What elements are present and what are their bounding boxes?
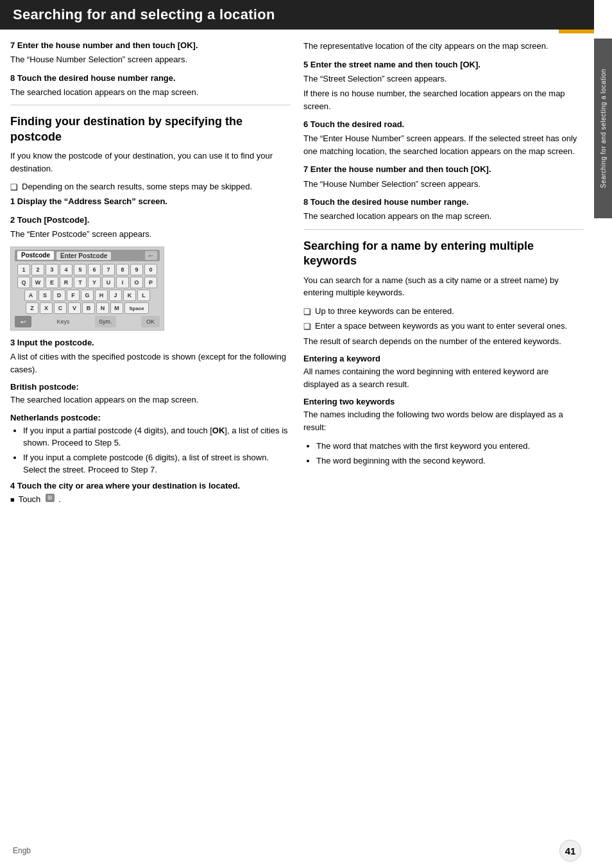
left-column: 7 Enter the house number and then touch …: [10, 40, 291, 512]
kb-nav-icon[interactable]: ↩: [15, 316, 31, 327]
kb-sym-label[interactable]: Sym.: [95, 316, 116, 327]
step-7-heading: 7 Enter the house number and then touch …: [10, 40, 291, 51]
checkbox-1-text: Up to three keywords can be entered.: [315, 306, 454, 317]
british-body: The searched location appears on the map…: [10, 394, 291, 406]
kb-bottom-row: ↩ Keys Sym. OK: [15, 316, 160, 327]
kb-key-t[interactable]: T: [74, 277, 87, 288]
kb-key-w[interactable]: W: [31, 277, 44, 288]
kb-key-y[interactable]: Y: [88, 277, 101, 288]
kb-key-k[interactable]: K: [123, 290, 136, 301]
keyboard-image: Postcode Enter Postcode ← 1 2 3 4 5 6 7 …: [10, 247, 164, 331]
step-2-body: The “Enter Postcode” screen appears.: [10, 228, 291, 241]
step-6: 6 Touch the desired road. The “Enter Hou…: [303, 119, 584, 157]
kb-key-2[interactable]: 2: [31, 264, 44, 275]
kb-key-c[interactable]: C: [54, 302, 67, 314]
map-icon: ⊞: [46, 494, 55, 502]
two-keywords-list: The word that matches with the first key…: [316, 440, 584, 467]
british-heading: British postcode:: [10, 382, 291, 392]
kb-key-3[interactable]: 3: [46, 264, 58, 275]
divider-2: [303, 229, 584, 230]
step-2: 2 Touch [Postcode]. The “Enter Postcode”…: [10, 214, 291, 241]
step-8r-text: 8 Touch the desired house number range.: [303, 197, 469, 207]
step-8-body: The searched location appears on the map…: [10, 86, 291, 99]
step-7-right: 7 Enter the house number and then touch …: [303, 164, 584, 190]
kb-key-7[interactable]: 7: [102, 264, 115, 275]
step-4-cont: The representative location of the city …: [303, 40, 584, 53]
step-4-touch: ■ Touch ⊞ .: [10, 494, 291, 505]
step-4-text: 4 Touch the city or area where your dest…: [10, 481, 240, 490]
kb-key-1[interactable]: 1: [17, 264, 30, 275]
checkbox-2-text: Enter a space between keywords as you wa…: [315, 320, 567, 332]
kb-key-v[interactable]: V: [68, 302, 81, 314]
kb-key-j[interactable]: J: [109, 290, 122, 301]
step-6-text: 6 Touch the desired road.: [303, 119, 404, 129]
kb-key-n[interactable]: N: [96, 302, 109, 314]
step-8r-body: The searched location appears on the map…: [303, 210, 584, 223]
kb-key-b[interactable]: B: [82, 302, 95, 314]
checkbox-icon-3: ❑: [303, 321, 311, 333]
step-3: 3 Input the postcode. A list of cities w…: [10, 337, 291, 376]
kb-top-bar: Postcode Enter Postcode ←: [15, 250, 160, 261]
step-4: 4 Touch the city or area where your dest…: [10, 480, 291, 505]
two-keywords-item-1: The word that matches with the first key…: [316, 440, 584, 453]
kb-key-r[interactable]: R: [60, 277, 72, 288]
kb-key-s[interactable]: S: [38, 290, 51, 301]
step-4-touch-text: Touch: [19, 494, 41, 505]
page-header: Searching for and selecting a location: [0, 0, 594, 30]
kb-key-a[interactable]: A: [24, 290, 37, 301]
step-3-heading: 3 Input the postcode.: [10, 337, 291, 349]
kb-key-g[interactable]: G: [81, 290, 94, 301]
finding-note-item: ❑ Depending on the search results, some …: [10, 181, 291, 193]
step-5-body-2: If there is no house number, the searche…: [303, 87, 584, 112]
netherlands-item-2: If you input a complete postcode (6 digi…: [23, 451, 291, 476]
kb-key-h[interactable]: H: [95, 290, 108, 301]
kb-key-4[interactable]: 4: [60, 264, 72, 275]
kb-key-i[interactable]: I: [116, 277, 129, 288]
step-2-text: 2 Touch [Postcode].: [10, 215, 89, 225]
main-content: Searching for and selecting a location 7…: [0, 0, 594, 868]
kb-row-2: Q W E R T Y U I O P: [15, 277, 160, 288]
kb-key-8[interactable]: 8: [116, 264, 129, 275]
step-1-text: 1 Display the “Address Search” screen.: [10, 196, 167, 206]
kb-key-l[interactable]: L: [137, 290, 150, 301]
step-8-left: 8 Touch the desired house number range. …: [10, 73, 291, 99]
kb-key-o[interactable]: O: [130, 277, 143, 288]
kb-key-m[interactable]: M: [110, 302, 123, 314]
checkbox-item-2: ❑ Enter a space between keywords as you …: [303, 320, 584, 333]
kb-key-d[interactable]: D: [53, 290, 65, 301]
kb-key-9[interactable]: 9: [130, 264, 143, 275]
step-7r-text: 7 Enter the house number and then touch …: [303, 164, 491, 174]
kb-key-q[interactable]: Q: [17, 277, 30, 288]
step-7-text: 7 Enter the house number and then touch …: [10, 40, 198, 50]
step-3-body: A list of cities with the specified post…: [10, 351, 291, 376]
kb-key-u[interactable]: U: [102, 277, 115, 288]
page-title: Searching for and selecting a location: [13, 6, 275, 23]
kb-key-z[interactable]: Z: [26, 302, 38, 314]
finding-heading: Finding your destination by specifying t…: [10, 114, 291, 144]
kb-key-p[interactable]: P: [144, 277, 157, 288]
kb-key-6[interactable]: 6: [88, 264, 101, 275]
step-4-heading: 4 Touch the city or area where your dest…: [10, 480, 291, 492]
kb-row-3: A S D F G H J K L: [15, 290, 160, 301]
sidebar-tab: Searching for and selecting a location: [594, 39, 612, 218]
checkbox-item-1: ❑ Up to three keywords can be entered.: [303, 306, 584, 318]
kb-key-x[interactable]: X: [40, 302, 53, 314]
kb-key-e[interactable]: E: [46, 277, 58, 288]
triangle-icon: ■: [10, 495, 15, 505]
kb-keys-label: Keys: [56, 318, 69, 325]
step-8-heading: 8 Touch the desired house number range.: [10, 73, 291, 84]
kb-key-space[interactable]: Space: [124, 302, 149, 314]
step-8-right: 8 Touch the desired house number range. …: [303, 196, 584, 223]
step-8-text: 8 Touch the desired house number range.: [10, 73, 176, 83]
kb-ok-button[interactable]: OK: [141, 316, 160, 327]
netherlands-list: If you input a partial postcode (4 digit…: [23, 424, 291, 476]
finding-note-text: Depending on the search results, some st…: [22, 181, 252, 193]
finding-intro: If you know the postcode of your destina…: [10, 150, 291, 175]
step-6-heading: 6 Touch the desired road.: [303, 119, 584, 130]
finding-intro-text: If you know the postcode of your destina…: [10, 150, 291, 175]
kb-key-f[interactable]: F: [67, 290, 80, 301]
kb-back-icon: ←: [145, 251, 157, 260]
step-3-text: 3 Input the postcode.: [10, 338, 94, 347]
kb-key-5[interactable]: 5: [74, 264, 87, 275]
kb-key-0[interactable]: 0: [144, 264, 157, 275]
